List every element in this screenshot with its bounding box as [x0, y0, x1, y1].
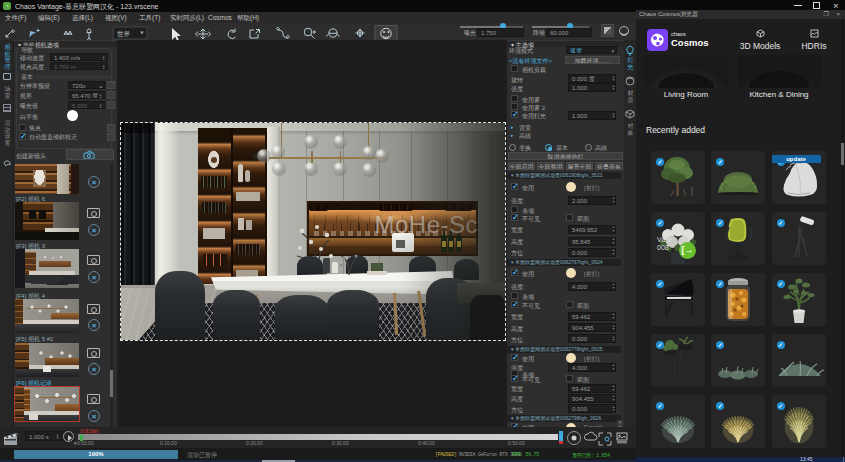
svg-text:世界: 世界: [117, 30, 131, 37]
